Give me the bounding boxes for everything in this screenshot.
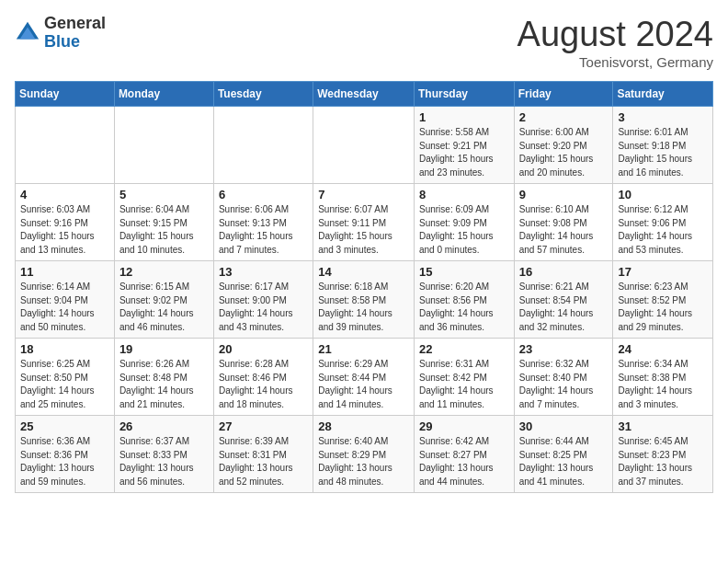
day-info: Sunrise: 6:23 AM Sunset: 8:52 PM Dayligh… (618, 281, 708, 334)
day-number: 16 (519, 265, 609, 279)
day-info: Sunrise: 5:58 AM Sunset: 9:21 PM Dayligh… (419, 126, 509, 179)
day-cell: 22Sunrise: 6:31 AM Sunset: 8:42 PM Dayli… (414, 339, 514, 416)
logo-icon (15, 20, 40, 46)
day-number: 10 (618, 188, 708, 201)
location-subtitle: Toenisvorst, Germany (518, 54, 713, 70)
day-number: 5 (119, 188, 209, 201)
day-cell: 3Sunrise: 6:01 AM Sunset: 9:18 PM Daylig… (613, 107, 713, 184)
day-info: Sunrise: 6:06 AM Sunset: 9:13 PM Dayligh… (219, 203, 308, 257)
day-info: Sunrise: 6:44 AM Sunset: 8:25 PM Dayligh… (519, 435, 609, 488)
day-cell: 4Sunrise: 6:03 AM Sunset: 9:16 PM Daylig… (16, 184, 115, 261)
day-number: 2 (519, 110, 609, 124)
day-cell: 9Sunrise: 6:10 AM Sunset: 9:08 PM Daylig… (514, 184, 613, 261)
day-info: Sunrise: 6:09 AM Sunset: 9:09 PM Dayligh… (419, 203, 509, 257)
day-info: Sunrise: 6:32 AM Sunset: 8:40 PM Dayligh… (519, 358, 609, 411)
day-number: 4 (20, 188, 109, 201)
day-cell: 17Sunrise: 6:23 AM Sunset: 8:52 PM Dayli… (613, 261, 713, 339)
day-cell (16, 107, 115, 184)
day-cell: 7Sunrise: 6:07 AM Sunset: 9:11 PM Daylig… (313, 184, 415, 261)
week-row-4: 18Sunrise: 6:25 AM Sunset: 8:50 PM Dayli… (16, 339, 713, 416)
day-info: Sunrise: 6:26 AM Sunset: 8:48 PM Dayligh… (119, 358, 209, 411)
day-number: 13 (219, 265, 308, 279)
day-cell: 16Sunrise: 6:21 AM Sunset: 8:54 PM Dayli… (514, 261, 613, 339)
day-info: Sunrise: 6:42 AM Sunset: 8:27 PM Dayligh… (419, 435, 509, 488)
logo: General Blue (15, 15, 106, 52)
day-cell: 15Sunrise: 6:20 AM Sunset: 8:56 PM Dayli… (414, 261, 514, 339)
day-cell: 13Sunrise: 6:17 AM Sunset: 9:00 PM Dayli… (213, 261, 313, 339)
day-cell: 23Sunrise: 6:32 AM Sunset: 8:40 PM Dayli… (514, 339, 613, 416)
day-info: Sunrise: 6:34 AM Sunset: 8:38 PM Dayligh… (618, 358, 708, 411)
day-number: 17 (618, 265, 708, 279)
day-info: Sunrise: 6:31 AM Sunset: 8:42 PM Dayligh… (419, 358, 509, 411)
day-cell: 24Sunrise: 6:34 AM Sunset: 8:38 PM Dayli… (613, 339, 713, 416)
day-info: Sunrise: 6:28 AM Sunset: 8:46 PM Dayligh… (219, 358, 308, 411)
day-number: 23 (519, 342, 609, 356)
calendar-table: SundayMondayTuesdayWednesdayThursdayFrid… (15, 81, 713, 493)
weekday-header-monday: Monday (114, 82, 213, 107)
day-info: Sunrise: 6:39 AM Sunset: 8:31 PM Dayligh… (219, 435, 308, 488)
day-info: Sunrise: 6:15 AM Sunset: 9:02 PM Dayligh… (119, 281, 209, 334)
day-cell: 26Sunrise: 6:37 AM Sunset: 8:33 PM Dayli… (114, 416, 213, 493)
day-number: 11 (20, 265, 109, 279)
day-cell: 10Sunrise: 6:12 AM Sunset: 9:06 PM Dayli… (613, 184, 713, 261)
day-number: 20 (219, 342, 308, 356)
day-number: 19 (119, 342, 209, 356)
day-number: 18 (20, 342, 109, 356)
day-cell: 27Sunrise: 6:39 AM Sunset: 8:31 PM Dayli… (213, 416, 313, 493)
day-info: Sunrise: 6:04 AM Sunset: 9:15 PM Dayligh… (119, 203, 209, 257)
week-row-2: 4Sunrise: 6:03 AM Sunset: 9:16 PM Daylig… (16, 184, 713, 261)
day-info: Sunrise: 6:01 AM Sunset: 9:18 PM Dayligh… (618, 126, 708, 179)
day-cell: 21Sunrise: 6:29 AM Sunset: 8:44 PM Dayli… (313, 339, 415, 416)
day-cell: 19Sunrise: 6:26 AM Sunset: 8:48 PM Dayli… (114, 339, 213, 416)
day-number: 6 (219, 188, 308, 201)
day-info: Sunrise: 6:21 AM Sunset: 8:54 PM Dayligh… (519, 281, 609, 334)
week-row-3: 11Sunrise: 6:14 AM Sunset: 9:04 PM Dayli… (16, 261, 713, 339)
day-cell: 2Sunrise: 6:00 AM Sunset: 9:20 PM Daylig… (514, 107, 613, 184)
day-cell: 28Sunrise: 6:40 AM Sunset: 8:29 PM Dayli… (313, 416, 415, 493)
day-info: Sunrise: 6:12 AM Sunset: 9:06 PM Dayligh… (618, 203, 708, 257)
day-cell: 8Sunrise: 6:09 AM Sunset: 9:09 PM Daylig… (414, 184, 514, 261)
calendar-body: 1Sunrise: 5:58 AM Sunset: 9:21 PM Daylig… (16, 107, 713, 493)
day-cell (313, 107, 415, 184)
day-info: Sunrise: 6:14 AM Sunset: 9:04 PM Dayligh… (20, 281, 109, 334)
week-row-5: 25Sunrise: 6:36 AM Sunset: 8:36 PM Dayli… (16, 416, 713, 493)
weekday-header-friday: Friday (514, 82, 613, 107)
day-cell: 5Sunrise: 6:04 AM Sunset: 9:15 PM Daylig… (114, 184, 213, 261)
logo-general: General (44, 15, 106, 33)
day-cell: 1Sunrise: 5:58 AM Sunset: 9:21 PM Daylig… (414, 107, 514, 184)
weekday-header-thursday: Thursday (414, 82, 514, 107)
day-info: Sunrise: 6:10 AM Sunset: 9:08 PM Dayligh… (519, 203, 609, 257)
day-cell: 29Sunrise: 6:42 AM Sunset: 8:27 PM Dayli… (414, 416, 514, 493)
page-header: General Blue August 2024 Toenisvorst, Ge… (15, 15, 713, 70)
day-number: 15 (419, 265, 509, 279)
weekday-header-saturday: Saturday (613, 82, 713, 107)
weekday-header-sunday: Sunday (16, 82, 115, 107)
day-info: Sunrise: 6:29 AM Sunset: 8:44 PM Dayligh… (318, 358, 409, 411)
weekday-header-tuesday: Tuesday (213, 82, 313, 107)
month-title: August 2024 (518, 15, 713, 54)
day-number: 7 (318, 188, 409, 201)
day-info: Sunrise: 6:25 AM Sunset: 8:50 PM Dayligh… (20, 358, 109, 411)
day-number: 12 (119, 265, 209, 279)
day-cell: 11Sunrise: 6:14 AM Sunset: 9:04 PM Dayli… (16, 261, 115, 339)
day-cell: 6Sunrise: 6:06 AM Sunset: 9:13 PM Daylig… (213, 184, 313, 261)
day-info: Sunrise: 6:17 AM Sunset: 9:00 PM Dayligh… (219, 281, 308, 334)
day-number: 8 (419, 188, 509, 201)
day-info: Sunrise: 6:00 AM Sunset: 9:20 PM Dayligh… (519, 126, 609, 179)
day-info: Sunrise: 6:45 AM Sunset: 8:23 PM Dayligh… (618, 435, 708, 488)
day-number: 27 (219, 419, 308, 433)
day-info: Sunrise: 6:18 AM Sunset: 8:58 PM Dayligh… (318, 281, 409, 334)
weekday-row: SundayMondayTuesdayWednesdayThursdayFrid… (16, 82, 713, 107)
day-number: 14 (318, 265, 409, 279)
day-number: 24 (618, 342, 708, 356)
title-block: August 2024 Toenisvorst, Germany (518, 15, 713, 70)
day-number: 9 (519, 188, 609, 201)
day-cell: 30Sunrise: 6:44 AM Sunset: 8:25 PM Dayli… (514, 416, 613, 493)
day-cell (213, 107, 313, 184)
day-number: 3 (618, 110, 708, 124)
week-row-1: 1Sunrise: 5:58 AM Sunset: 9:21 PM Daylig… (16, 107, 713, 184)
day-info: Sunrise: 6:20 AM Sunset: 8:56 PM Dayligh… (419, 281, 509, 334)
day-number: 30 (519, 419, 609, 433)
day-info: Sunrise: 6:03 AM Sunset: 9:16 PM Dayligh… (20, 203, 109, 257)
calendar-header: SundayMondayTuesdayWednesdayThursdayFrid… (16, 82, 713, 107)
